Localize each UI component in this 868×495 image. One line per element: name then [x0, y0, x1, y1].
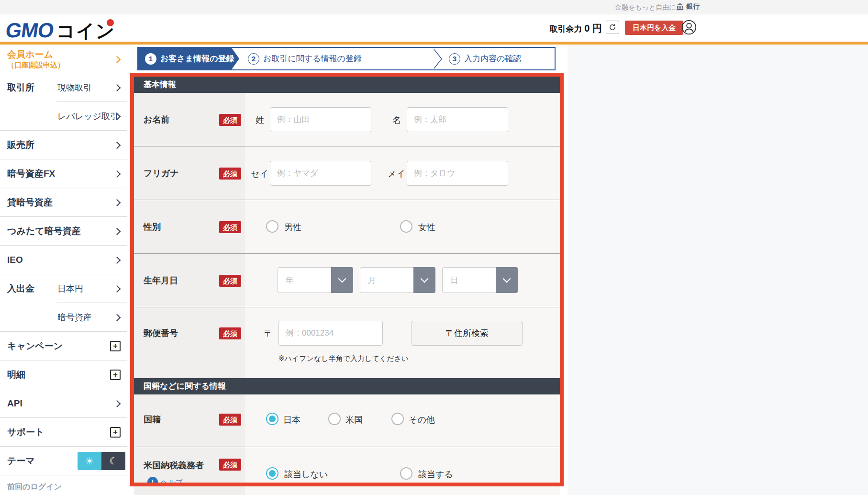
first-kana-input[interactable]	[407, 161, 508, 186]
moon-icon: ☾	[109, 455, 118, 467]
plus-icon: +	[110, 370, 121, 380]
us-taxpayer-label: 米国納税義務者	[144, 460, 204, 471]
sidebar-item-api[interactable]: API	[0, 389, 127, 418]
dark-theme-button[interactable]: ☾	[101, 452, 125, 470]
chevron-right-icon	[113, 400, 121, 407]
sidebar-item-member-home[interactable]: 会員ホーム （口座開設申込）	[0, 45, 127, 73]
sidebar-item-deposit-jpy[interactable]: 入出金 日本円	[0, 274, 127, 303]
balance-label: 取引余力	[550, 24, 582, 34]
postal-label: 郵便番号	[144, 327, 178, 339]
tax-applicable-label: 該当する	[418, 469, 453, 480]
sidebar-item-ieo[interactable]: IEO	[0, 246, 127, 274]
required-badge: 必須	[219, 327, 241, 339]
sidebar-item-campaign[interactable]: キャンペーン +	[0, 332, 127, 360]
step-trading-info: 2 お取引に関する情報の登録	[239, 48, 433, 69]
registration-step-bar: 1 お客さま情報の登録 2 お取引に関する情報の登録 3 入力内容の確認	[137, 47, 556, 70]
logo-red-dot	[107, 19, 114, 26]
first-kana-label: メイ	[388, 168, 405, 180]
form-row-postal: 郵便番号 必須 〒 〒住所検索 ※ハイフンなし半角で入力してください	[134, 307, 560, 378]
step-label: お客さま情報の登録	[160, 53, 234, 64]
plus-icon: +	[110, 427, 121, 438]
chevron-right-icon	[113, 314, 121, 321]
sidebar-item-deposit-crypto[interactable]: 暗号資産	[0, 303, 127, 332]
chevron-right-icon	[113, 227, 121, 235]
birth-year-select[interactable]: 年	[278, 267, 353, 293]
step-number: 1	[145, 53, 156, 65]
form-row-birthdate: 生年月日 必須 年 月 日	[134, 254, 560, 307]
birth-day-select[interactable]: 日	[442, 267, 518, 293]
nationality-other-radio[interactable]	[391, 413, 404, 425]
sidebar-item-crypto-fx[interactable]: 暗号資産FX	[0, 159, 127, 188]
gmo-coin-logo[interactable]: GMOコイン	[6, 18, 115, 40]
step-number: 2	[248, 53, 259, 65]
chevron-right-icon	[113, 256, 121, 264]
nationality-us-radio[interactable]	[328, 413, 341, 425]
tax-applicable-radio[interactable]	[400, 467, 412, 480]
sun-icon: ☀	[85, 455, 94, 467]
tax-not-applicable-label: 該当しない	[284, 469, 328, 480]
sidebar-item-tsumitate[interactable]: つみたて暗号資産	[0, 217, 127, 246]
male-label: 男性	[284, 222, 301, 233]
chevron-right-icon	[113, 199, 121, 206]
bank-icon	[676, 3, 684, 11]
nationality-japan-label: 日本	[283, 414, 300, 426]
sidebar-item-lending[interactable]: 貸暗号資産	[0, 188, 127, 217]
postal-mark: 〒	[264, 328, 273, 339]
help-link[interactable]: ! ヘルプ	[147, 477, 183, 483]
female-label: 女性	[418, 222, 435, 233]
nationality-japan-radio[interactable]	[266, 413, 278, 425]
logo-gmo-text: GMO	[4, 19, 56, 42]
form-row-furigana: フリガナ 必須 セイ メイ	[134, 146, 560, 200]
chevron-right-icon	[113, 170, 121, 178]
last-name-input[interactable]	[270, 107, 371, 132]
birthdate-label: 生年月日	[144, 275, 178, 286]
nationality-us-label: 米国	[345, 414, 363, 426]
refresh-balance-button[interactable]	[606, 21, 619, 34]
sidebar: 会員ホーム （口座開設申込） 取引所 現物取引 レバレッジ取引 販売所 暗号資産…	[0, 45, 127, 495]
sidebar-item-exchange-spot[interactable]: 取引所 現物取引	[0, 73, 127, 102]
step-confirm: 3 入力内容の確認	[443, 48, 555, 69]
form-row-gender: 性別 必須 男性 女性	[134, 200, 560, 254]
sidebar-item-support[interactable]: サポート +	[0, 418, 127, 447]
logo-coin-text: コイン	[56, 21, 115, 41]
sidebar-item-sales-office[interactable]: 販売所	[0, 131, 127, 159]
step-number: 3	[449, 53, 460, 65]
month-placeholder: 月	[368, 275, 376, 286]
form-row-name: お名前 必須 姓 名	[134, 93, 560, 146]
furigana-label: フリガナ	[144, 168, 179, 179]
nationality-other-label: その他	[409, 414, 435, 426]
form-row-us-taxpayer: 米国納税義務者 必須 ! ヘルプ 該当しない 該当する	[134, 447, 560, 483]
last-kana-input[interactable]	[270, 161, 371, 186]
member-home-sublabel: （口座開設申込）	[7, 61, 127, 70]
address-search-button[interactable]: 〒住所検索	[412, 321, 523, 346]
chevron-right-icon	[113, 84, 121, 91]
name-label: お名前	[144, 114, 169, 125]
required-badge: 必須	[219, 168, 241, 180]
light-theme-button[interactable]: ☀	[78, 452, 101, 470]
tagline-text: 金融をもっと自由に	[615, 3, 676, 12]
last-name-label: 姓	[256, 114, 264, 126]
required-badge: 必須	[219, 459, 241, 471]
female-radio[interactable]	[400, 220, 412, 233]
trading-balance: 取引余力 0 円	[530, 22, 602, 35]
sidebar-item-statements[interactable]: 明細 +	[0, 360, 127, 389]
bank-link[interactable]: 銀行	[676, 2, 700, 11]
last-kana-label: セイ	[251, 168, 268, 180]
plus-icon: +	[110, 341, 121, 351]
required-badge: 必須	[219, 221, 241, 233]
form-continuation	[134, 486, 560, 495]
balance-value: 0 円	[584, 23, 602, 34]
user-avatar-icon[interactable]	[681, 20, 697, 35]
required-badge: 必須	[219, 114, 241, 126]
postal-code-input[interactable]	[278, 321, 383, 346]
customer-info-form: 基本情報 お名前 必須 姓 名 フリガナ 必須 セイ メイ 性別 必須 男性 女…	[134, 77, 560, 483]
tax-not-applicable-radio[interactable]	[266, 467, 278, 480]
step-customer-info: 1 お客さま情報の登録	[138, 48, 239, 69]
male-radio[interactable]	[266, 220, 278, 233]
deposit-jpy-button[interactable]: 日本円を入金	[625, 21, 683, 35]
birth-month-select[interactable]: 月	[360, 267, 435, 293]
sidebar-item-leverage[interactable]: レバレッジ取引	[0, 102, 127, 131]
first-name-input[interactable]	[407, 107, 508, 132]
required-badge: 必須	[219, 275, 241, 287]
step-label: 入力内容の確認	[464, 53, 521, 64]
